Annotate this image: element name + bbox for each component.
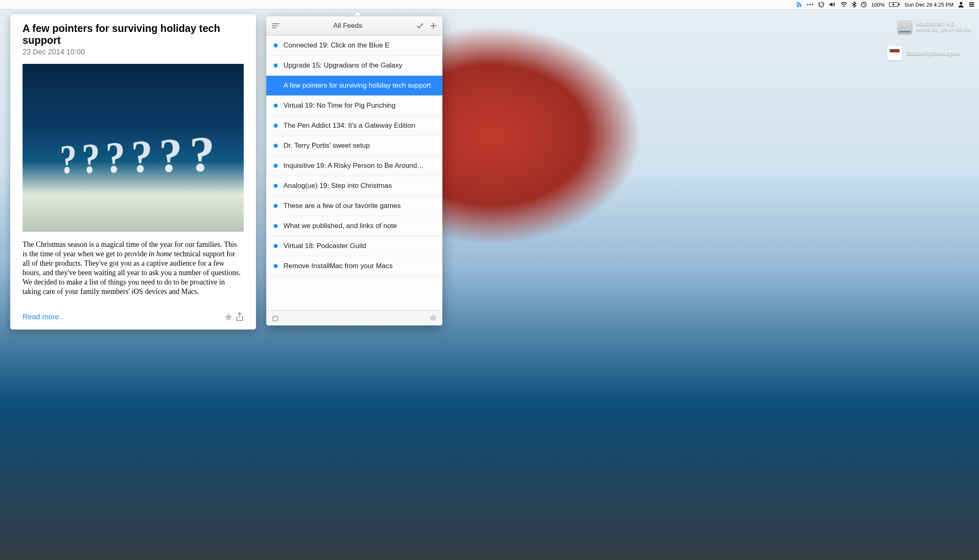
feed-item-label: Dr. Terry Portis' sweet setup xyxy=(283,142,370,150)
ellipsis-icon[interactable] xyxy=(807,1,814,8)
desktop-item-opml[interactable]: Subscriptions.opml xyxy=(887,46,960,61)
article-hero-image xyxy=(23,64,244,232)
svg-point-2 xyxy=(812,4,813,5)
feed-item[interactable]: These are a few of our favorite games xyxy=(266,196,442,216)
battery-icon[interactable] xyxy=(889,2,900,7)
unread-dot-icon xyxy=(274,184,278,188)
feed-item-label: Remove InstallMac from your Macs xyxy=(283,262,392,270)
svg-point-0 xyxy=(807,4,808,5)
feed-item[interactable]: Dr. Terry Portis' sweet setup xyxy=(266,136,442,156)
article-body: The Christmas season is a magical time o… xyxy=(23,240,244,296)
hamburger-icon[interactable] xyxy=(272,23,279,29)
timemachine-icon[interactable] xyxy=(861,1,867,8)
feed-item[interactable]: The Pen Addict 134: It's a Gateway Editi… xyxy=(266,116,442,136)
desktop-opml-name: Subscriptions.opml xyxy=(906,50,960,57)
share-icon[interactable] xyxy=(236,312,244,321)
svg-rect-11 xyxy=(273,316,278,321)
menubar: 100% Sun Dec 28 4:25 PM xyxy=(0,0,979,9)
compose-icon[interactable] xyxy=(272,314,279,322)
svg-point-3 xyxy=(843,7,844,7)
feed-item-label: Inquisitive 19: A Risky Person to Be Aro… xyxy=(283,162,424,170)
check-icon[interactable] xyxy=(416,23,424,29)
article-panel: A few pointers for surviving holiday tec… xyxy=(10,14,256,330)
battery-percent[interactable]: 100% xyxy=(871,2,885,8)
unread-dot-icon xyxy=(274,124,278,128)
gear-icon[interactable] xyxy=(429,314,437,322)
feed-item[interactable]: Virtual 18: Podcaster Guild xyxy=(266,236,442,256)
harddrive-icon xyxy=(897,19,912,34)
unread-dot-icon xyxy=(274,164,278,168)
rss-icon[interactable] xyxy=(796,1,802,8)
svg-rect-8 xyxy=(272,23,279,24)
feed-item-label: The Pen Addict 134: It's a Gateway Editi… xyxy=(283,122,415,130)
desktop-hd-detail: 499.05 GB, 159.97 GB free xyxy=(916,27,971,33)
read-more-link[interactable]: Read more.. xyxy=(23,313,63,321)
feed-item[interactable]: Inquisitive 19: A Risky Person to Be Aro… xyxy=(266,156,442,176)
article-title: A few pointers for surviving holiday tec… xyxy=(23,23,244,46)
svg-point-12 xyxy=(274,317,274,318)
svg-rect-9 xyxy=(272,25,278,26)
feed-item-label: Analog(ue) 19: Step into Christmas xyxy=(283,182,392,190)
feed-item-label: What we published, and links of note xyxy=(283,222,397,230)
sync-icon[interactable] xyxy=(818,1,825,8)
svg-rect-10 xyxy=(272,27,276,28)
feed-item[interactable]: What we published, and links of note xyxy=(266,216,442,236)
article-date: 23 Dec 2014 10:00 xyxy=(23,48,244,56)
desktop-item-hd[interactable]: Macintosh HD 499.05 GB, 159.97 GB free xyxy=(897,19,971,34)
feed-item-label: Connected 19: Click on the Blue E xyxy=(283,41,390,50)
desktop-hd-name: Macintosh HD xyxy=(916,20,971,27)
feed-item-label: Virtual 18: Podcaster Guild xyxy=(283,242,366,250)
user-icon[interactable] xyxy=(958,1,964,8)
unread-dot-icon xyxy=(274,264,278,268)
feed-toolbar: All Feeds xyxy=(266,16,442,36)
volume-icon[interactable] xyxy=(829,1,836,8)
svg-point-13 xyxy=(432,317,434,319)
feed-item[interactable]: Upgrade 15: Upgradians of the Galaxy xyxy=(266,56,442,76)
feed-item[interactable]: Analog(ue) 19: Step into Christmas xyxy=(266,176,442,196)
unread-dot-icon xyxy=(274,144,278,148)
feed-popover: All Feeds Connected 19: Click on the Blu… xyxy=(266,16,442,325)
star-icon[interactable] xyxy=(224,312,233,321)
feed-item-label: A few pointers for surviving holiday tec… xyxy=(283,81,431,90)
unread-dot-icon xyxy=(274,43,278,47)
feed-item[interactable]: Virtual 19: No Time for Pig Punching xyxy=(266,96,442,116)
feed-item-label: Virtual 19: No Time for Pig Punching xyxy=(283,102,396,110)
feed-item-label: Upgrade 15: Upgradians of the Galaxy xyxy=(283,61,402,70)
article-body-em: in home xyxy=(149,250,172,258)
feed-item[interactable]: Connected 19: Click on the Blue E xyxy=(266,36,442,56)
unread-dot-icon xyxy=(274,104,278,108)
wifi-icon[interactable] xyxy=(840,1,848,8)
feed-list[interactable]: Connected 19: Click on the Blue EUpgrade… xyxy=(266,36,442,310)
unread-dot-icon xyxy=(274,224,278,228)
feed-item[interactable]: A few pointers for surviving holiday tec… xyxy=(266,76,442,96)
notification-center-icon[interactable] xyxy=(968,1,975,8)
svg-rect-6 xyxy=(899,4,900,5)
svg-point-7 xyxy=(960,2,962,5)
menubar-datetime[interactable]: Sun Dec 28 4:25 PM xyxy=(904,2,954,8)
opml-file-icon xyxy=(887,46,902,61)
feed-item[interactable]: Remove InstallMac from your Macs xyxy=(266,256,442,276)
unread-dot-icon xyxy=(274,204,278,208)
feed-item-label: These are a few of our favorite games xyxy=(283,202,401,210)
bluetooth-icon[interactable] xyxy=(852,1,857,8)
feed-footer xyxy=(266,310,442,325)
feed-title: All Feeds xyxy=(333,22,363,30)
plus-icon[interactable] xyxy=(430,23,437,29)
unread-dot-icon xyxy=(274,63,278,68)
unread-dot-icon xyxy=(274,244,278,248)
svg-point-1 xyxy=(809,4,811,5)
